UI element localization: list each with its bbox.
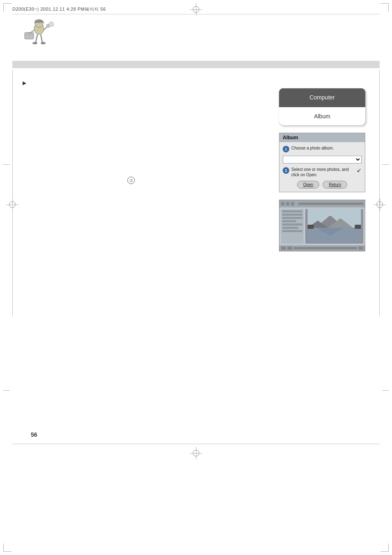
step-1-circle: 1 [283,146,289,152]
open-button[interactable]: Open [297,181,319,189]
arrow-bullet: ▶ [23,80,26,86]
step-2-text: Select one or more photos, and click on … [291,167,353,177]
toolbar-btn-3 [291,202,294,205]
registration-mark-bottom [193,450,199,456]
crop-mark-tl [3,3,12,12]
status-block-3 [358,246,363,250]
step-2-row: 2 Select one or more photos, and click o… [283,167,362,177]
crop-mark-tr [380,3,389,12]
photo-sidebar [281,209,304,244]
dialog-buttons: Open Return [283,181,362,189]
right-panel: Computer Album Album 1 Choose a photo al… [279,88,369,251]
svg-rect-8 [28,32,30,34]
sidebar-line-2 [282,214,302,216]
annotation-text: ① [129,178,133,183]
annotation-1: ① [127,177,135,184]
bottom-rule [12,444,380,444]
album-dialog-body: 1 Choose a photo album. 2 Select one or … [279,142,365,192]
sidebar-line-5 [282,223,302,226]
left-margin-line [12,70,13,316]
svg-point-12 [41,42,46,44]
registration-mark-top [193,6,199,13]
character-illustration [18,18,60,53]
sidebar-line-3 [282,217,302,219]
svg-rect-2 [35,20,43,22]
menu-computer: Computer [279,88,365,107]
svg-rect-23 [355,225,361,229]
photo-viewer-toolbar [279,200,365,207]
cursor-icon: ↙ [357,167,362,173]
left-indicator-top [3,164,9,165]
svg-line-5 [44,27,47,30]
svg-rect-3 [34,22,44,23]
toolbar-text-area [298,203,363,205]
registration-mark-left [9,201,16,208]
photo-image [305,209,363,242]
status-bar-fill [293,247,357,249]
status-block-1 [281,246,286,250]
svg-rect-22 [308,225,314,229]
crop-mark-br [380,543,389,552]
step-1-text: Choose a photo album. [291,145,334,151]
left-indicator-bottom [3,390,9,391]
album-dialog: Album 1 Choose a photo album. 2 [279,133,365,192]
sidebar-line-1 [282,210,302,212]
logo-area [18,18,68,55]
toolbar-btn-2 [286,202,289,205]
svg-line-9 [36,35,37,42]
header-text: D200(E30~) 2001.12.11 4:28 PM페이지 56 [12,6,106,12]
album-select[interactable] [283,156,362,164]
svg-line-10 [41,35,42,42]
photo-viewer-statusbar [279,245,365,251]
dropdown-row [283,156,362,164]
step-1-row: 1 Choose a photo album. [283,145,362,152]
page-number: 56 [31,431,37,438]
photo-viewer-content [279,207,365,245]
status-block-2 [287,246,292,250]
menu-album: Album [279,107,365,125]
return-button[interactable]: Return [323,181,347,189]
svg-point-15 [51,23,52,25]
photo-viewer [279,200,365,251]
crop-mark-bl [3,543,12,552]
sidebar-line-4 [282,220,296,222]
step-2-circle: 2 [283,167,289,174]
photo-main-area [305,209,363,244]
right-indicator-bottom [383,390,389,391]
registration-mark-right [376,201,383,208]
sidebar-line-6 [282,227,298,229]
svg-point-11 [32,42,37,44]
sidebar-line-7 [282,230,302,232]
section-divider-bar [12,61,380,68]
right-indicator-top [383,164,389,165]
right-margin-line [379,70,380,316]
computer-album-menu: Computer Album [279,88,365,125]
album-dialog-title: Album [279,133,365,142]
toolbar-btn-1 [281,202,284,205]
